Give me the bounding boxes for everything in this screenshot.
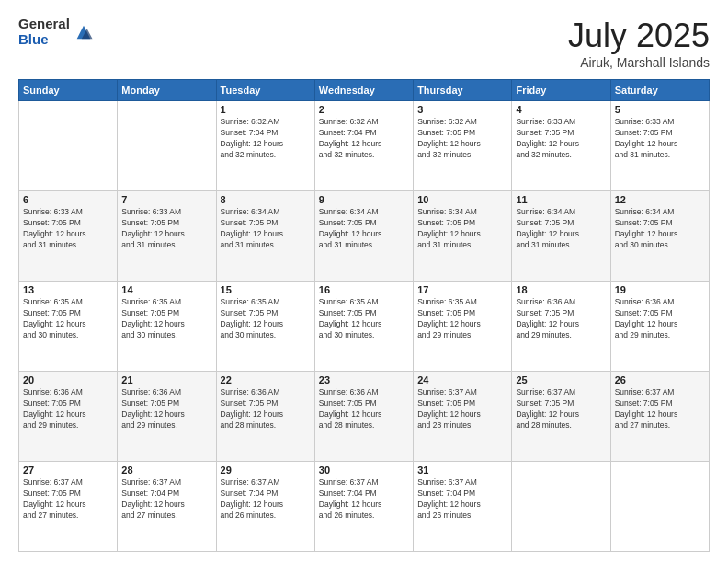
- day-number: 13: [23, 284, 113, 295]
- day-info: Sunrise: 6:35 AM Sunset: 7:05 PM Dayligh…: [221, 297, 311, 341]
- day-info: Sunrise: 6:32 AM Sunset: 7:05 PM Dayligh…: [417, 117, 507, 161]
- page: General Blue July 2025 Airuk, Marshall I…: [0, 0, 728, 563]
- day-number: 27: [23, 465, 113, 476]
- day-number: 6: [23, 194, 113, 205]
- day-number: 24: [417, 374, 507, 385]
- calendar-cell: 7Sunrise: 6:33 AM Sunset: 7:05 PM Daylig…: [118, 191, 216, 282]
- calendar-week-3: 13Sunrise: 6:35 AM Sunset: 7:05 PM Dayli…: [19, 282, 710, 372]
- calendar-cell: 6Sunrise: 6:33 AM Sunset: 7:05 PM Daylig…: [19, 191, 118, 282]
- calendar-cell: [19, 101, 118, 191]
- day-info: Sunrise: 6:35 AM Sunset: 7:05 PM Dayligh…: [23, 297, 113, 341]
- day-info: Sunrise: 6:32 AM Sunset: 7:04 PM Dayligh…: [319, 117, 409, 161]
- calendar-cell: 4Sunrise: 6:33 AM Sunset: 7:05 PM Daylig…: [512, 101, 610, 191]
- day-number: 30: [319, 465, 409, 476]
- col-wednesday: Wednesday: [314, 80, 413, 101]
- calendar-cell: 13Sunrise: 6:35 AM Sunset: 7:05 PM Dayli…: [19, 282, 118, 372]
- calendar-cell: 3Sunrise: 6:32 AM Sunset: 7:05 PM Daylig…: [414, 101, 512, 191]
- calendar-cell: 16Sunrise: 6:35 AM Sunset: 7:05 PM Dayli…: [314, 282, 413, 372]
- calendar-week-2: 6Sunrise: 6:33 AM Sunset: 7:05 PM Daylig…: [19, 191, 710, 282]
- day-info: Sunrise: 6:37 AM Sunset: 7:05 PM Dayligh…: [615, 387, 705, 431]
- calendar-cell: 1Sunrise: 6:32 AM Sunset: 7:04 PM Daylig…: [216, 101, 314, 191]
- calendar-cell: 28Sunrise: 6:37 AM Sunset: 7:04 PM Dayli…: [118, 462, 216, 552]
- logo-text: General Blue: [18, 17, 70, 47]
- calendar-table: Sunday Monday Tuesday Wednesday Thursday…: [18, 79, 710, 552]
- day-info: Sunrise: 6:37 AM Sunset: 7:05 PM Dayligh…: [516, 387, 606, 431]
- day-info: Sunrise: 6:35 AM Sunset: 7:05 PM Dayligh…: [417, 297, 507, 341]
- day-number: 28: [121, 465, 211, 476]
- calendar-cell: 2Sunrise: 6:32 AM Sunset: 7:04 PM Daylig…: [314, 101, 413, 191]
- day-info: Sunrise: 6:36 AM Sunset: 7:05 PM Dayligh…: [319, 387, 409, 431]
- day-info: Sunrise: 6:36 AM Sunset: 7:05 PM Dayligh…: [221, 387, 311, 431]
- calendar-cell: 20Sunrise: 6:36 AM Sunset: 7:05 PM Dayli…: [19, 372, 118, 462]
- logo-blue: Blue: [18, 32, 70, 48]
- day-number: 18: [516, 284, 606, 295]
- day-info: Sunrise: 6:35 AM Sunset: 7:05 PM Dayligh…: [319, 297, 409, 341]
- calendar-header-row: Sunday Monday Tuesday Wednesday Thursday…: [19, 80, 710, 101]
- calendar-cell: 8Sunrise: 6:34 AM Sunset: 7:05 PM Daylig…: [216, 191, 314, 282]
- day-info: Sunrise: 6:34 AM Sunset: 7:05 PM Dayligh…: [516, 207, 606, 251]
- day-number: 2: [319, 104, 409, 115]
- day-info: Sunrise: 6:36 AM Sunset: 7:05 PM Dayligh…: [516, 297, 606, 341]
- day-info: Sunrise: 6:37 AM Sunset: 7:04 PM Dayligh…: [221, 477, 311, 522]
- day-info: Sunrise: 6:32 AM Sunset: 7:04 PM Dayligh…: [221, 117, 311, 161]
- day-number: 9: [319, 194, 409, 205]
- day-info: Sunrise: 6:34 AM Sunset: 7:05 PM Dayligh…: [615, 207, 705, 251]
- day-number: 31: [417, 465, 507, 476]
- calendar-cell: 30Sunrise: 6:37 AM Sunset: 7:04 PM Dayli…: [314, 462, 413, 552]
- day-info: Sunrise: 6:33 AM Sunset: 7:05 PM Dayligh…: [615, 117, 705, 161]
- day-number: 11: [516, 194, 606, 205]
- day-info: Sunrise: 6:34 AM Sunset: 7:05 PM Dayligh…: [221, 207, 311, 251]
- day-number: 21: [121, 374, 211, 385]
- day-info: Sunrise: 6:36 AM Sunset: 7:05 PM Dayligh…: [615, 297, 705, 341]
- day-number: 19: [615, 284, 705, 295]
- calendar-cell: 10Sunrise: 6:34 AM Sunset: 7:05 PM Dayli…: [414, 191, 512, 282]
- header: General Blue July 2025 Airuk, Marshall I…: [18, 17, 710, 70]
- calendar-cell: 5Sunrise: 6:33 AM Sunset: 7:05 PM Daylig…: [610, 101, 709, 191]
- calendar-cell: 12Sunrise: 6:34 AM Sunset: 7:05 PM Dayli…: [610, 191, 709, 282]
- day-info: Sunrise: 6:37 AM Sunset: 7:05 PM Dayligh…: [23, 477, 113, 522]
- logo-general: General: [18, 17, 70, 32]
- calendar-cell: 19Sunrise: 6:36 AM Sunset: 7:05 PM Dayli…: [610, 282, 709, 372]
- day-info: Sunrise: 6:33 AM Sunset: 7:05 PM Dayligh…: [121, 207, 211, 251]
- calendar-cell: [610, 462, 709, 552]
- day-number: 20: [23, 374, 113, 385]
- calendar-cell: 27Sunrise: 6:37 AM Sunset: 7:05 PM Dayli…: [19, 462, 118, 552]
- col-friday: Friday: [512, 80, 610, 101]
- calendar-cell: 22Sunrise: 6:36 AM Sunset: 7:05 PM Dayli…: [216, 372, 314, 462]
- calendar-week-1: 1Sunrise: 6:32 AM Sunset: 7:04 PM Daylig…: [19, 101, 710, 191]
- day-number: 17: [417, 284, 507, 295]
- day-number: 14: [121, 284, 211, 295]
- calendar-cell: 31Sunrise: 6:37 AM Sunset: 7:04 PM Dayli…: [414, 462, 512, 552]
- day-number: 23: [319, 374, 409, 385]
- location: Airuk, Marshall Islands: [568, 55, 710, 70]
- calendar-cell: 21Sunrise: 6:36 AM Sunset: 7:05 PM Dayli…: [118, 372, 216, 462]
- day-number: 3: [417, 104, 507, 115]
- day-number: 15: [221, 284, 311, 295]
- day-info: Sunrise: 6:37 AM Sunset: 7:05 PM Dayligh…: [417, 387, 507, 431]
- month-title: July 2025: [568, 17, 710, 55]
- day-info: Sunrise: 6:36 AM Sunset: 7:05 PM Dayligh…: [23, 387, 113, 431]
- day-info: Sunrise: 6:37 AM Sunset: 7:04 PM Dayligh…: [417, 477, 507, 522]
- calendar-cell: 26Sunrise: 6:37 AM Sunset: 7:05 PM Dayli…: [610, 372, 709, 462]
- day-info: Sunrise: 6:34 AM Sunset: 7:05 PM Dayligh…: [319, 207, 409, 251]
- calendar-cell: [118, 101, 216, 191]
- col-saturday: Saturday: [610, 80, 709, 101]
- col-tuesday: Tuesday: [216, 80, 314, 101]
- calendar-week-5: 27Sunrise: 6:37 AM Sunset: 7:05 PM Dayli…: [19, 462, 710, 552]
- day-number: 29: [221, 465, 311, 476]
- calendar-cell: 25Sunrise: 6:37 AM Sunset: 7:05 PM Dayli…: [512, 372, 610, 462]
- col-thursday: Thursday: [414, 80, 512, 101]
- calendar-cell: 11Sunrise: 6:34 AM Sunset: 7:05 PM Dayli…: [512, 191, 610, 282]
- calendar-cell: 17Sunrise: 6:35 AM Sunset: 7:05 PM Dayli…: [414, 282, 512, 372]
- calendar-cell: 14Sunrise: 6:35 AM Sunset: 7:05 PM Dayli…: [118, 282, 216, 372]
- day-number: 16: [319, 284, 409, 295]
- day-info: Sunrise: 6:33 AM Sunset: 7:05 PM Dayligh…: [516, 117, 606, 161]
- day-number: 10: [417, 194, 507, 205]
- calendar-cell: 15Sunrise: 6:35 AM Sunset: 7:05 PM Dayli…: [216, 282, 314, 372]
- day-number: 12: [615, 194, 705, 205]
- day-info: Sunrise: 6:34 AM Sunset: 7:05 PM Dayligh…: [417, 207, 507, 251]
- title-block: July 2025 Airuk, Marshall Islands: [568, 17, 710, 70]
- day-number: 5: [615, 104, 705, 115]
- calendar-cell: 18Sunrise: 6:36 AM Sunset: 7:05 PM Dayli…: [512, 282, 610, 372]
- day-number: 22: [221, 374, 311, 385]
